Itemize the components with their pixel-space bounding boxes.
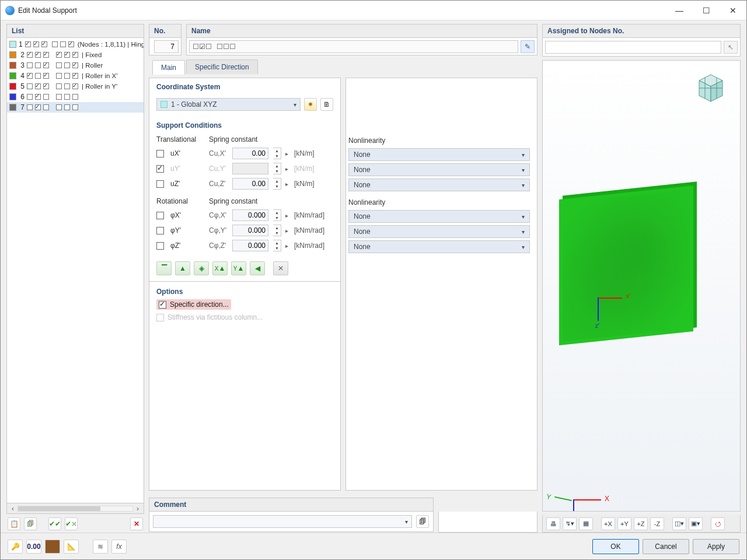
rotational-nonlinearity-row: None▾: [348, 209, 530, 224]
rotational-checkbox[interactable]: [156, 242, 164, 250]
translational-spring-input[interactable]: [232, 148, 268, 159]
support-preset-x-button[interactable]: X▲: [212, 261, 228, 275]
list-item[interactable]: 3| Roller: [7, 60, 144, 71]
option-specific-direction[interactable]: Specific direction...: [156, 299, 231, 310]
rotational-nonlinearity-select[interactable]: None▾: [348, 210, 530, 223]
comment-pick-button[interactable]: 🗐: [416, 515, 429, 528]
scroll-left-icon[interactable]: ‹: [8, 505, 18, 513]
cancel-button[interactable]: Cancel: [643, 539, 689, 554]
rotational-nonlinearity-select[interactable]: None▾: [348, 225, 530, 238]
view-cube-icon[interactable]: [693, 72, 728, 105]
uncheck-button[interactable]: ✔⤫: [65, 517, 78, 530]
scroll-right-icon[interactable]: ›: [133, 505, 142, 513]
support-preset-clear-button[interactable]: ✕: [273, 261, 288, 275]
view-iso-button[interactable]: ◫▾: [672, 517, 686, 530]
translational-nonlinearity-select[interactable]: None▾: [348, 163, 530, 176]
tab-specific-direction[interactable]: Specific Direction: [186, 60, 258, 74]
comment-select[interactable]: ▾: [153, 515, 412, 528]
mini-checkbox: [35, 52, 41, 58]
support-preset-1-button[interactable]: ▔: [156, 261, 172, 275]
translational-unit: [kN/m]: [292, 180, 327, 188]
coord-system-title: Coordinate System: [156, 83, 333, 91]
mini-checkbox: [72, 83, 78, 89]
list-item[interactable]: 7: [7, 102, 144, 113]
footer-color-button[interactable]: [45, 540, 60, 554]
translational-checkbox[interactable]: [156, 180, 164, 188]
tab-main[interactable]: Main: [152, 60, 185, 75]
translational-row: uZ'Cu,Z'▲▼▸[kN/m]: [156, 176, 333, 191]
support-preset-5-button[interactable]: ◀: [250, 261, 265, 275]
translational-checkbox[interactable]: [156, 150, 164, 158]
view-axes-button[interactable]: ↯▾: [563, 517, 577, 530]
translational-nonlinearity-select[interactable]: None▾: [348, 148, 530, 161]
list-item[interactable]: 4| Roller in X': [7, 71, 144, 81]
copy-item-button[interactable]: 🗐: [24, 517, 37, 530]
footer-calc-button[interactable]: 📐: [64, 540, 79, 554]
coord-system-select[interactable]: 1 - Global XYZ ▾: [156, 98, 301, 111]
support-preset-2-button[interactable]: ▲: [175, 261, 190, 275]
view-plus-z-button[interactable]: +Z: [634, 517, 648, 530]
list-item[interactable]: 5| Roller in Y': [7, 81, 144, 92]
main-form-right: Nonlinearity None▾None▾None▾ Nonlinearit…: [345, 78, 537, 491]
mini-checkbox: [35, 73, 41, 79]
close-button[interactable]: ✕: [720, 1, 746, 20]
apply-arrow-icon[interactable]: ▸: [282, 150, 291, 157]
specific-direction-checkbox[interactable]: [159, 301, 166, 309]
pick-nodes-button[interactable]: ↖: [724, 41, 738, 54]
list-item[interactable]: 1(Nodes : 1,8,11) | Hinged: [7, 39, 144, 50]
list-item[interactable]: 6: [7, 92, 144, 102]
apply-arrow-icon[interactable]: ▸: [282, 212, 291, 219]
view-reset-button[interactable]: ⭯: [711, 517, 725, 530]
support-preset-y-button[interactable]: Y▲: [231, 261, 246, 275]
translational-spring-input[interactable]: [232, 178, 268, 190]
name-edit-button[interactable]: ✎: [521, 40, 535, 53]
delete-item-button[interactable]: ✕: [130, 517, 143, 530]
color-swatch: [9, 62, 16, 69]
translational-nonlinearity-select[interactable]: None▾: [348, 178, 530, 191]
rotational-row: φX'Cφ,X'▲▼▸[kNm/rad]: [156, 208, 333, 223]
spinner[interactable]: ▲▼: [273, 178, 281, 190]
spinner[interactable]: ▲▼: [273, 148, 281, 159]
preview-viewport[interactable]: [542, 60, 741, 512]
minimize-button[interactable]: —: [666, 1, 693, 20]
rotational-spring-input[interactable]: [232, 240, 268, 251]
list-item[interactable]: 2| Fixed: [7, 50, 144, 60]
ok-button[interactable]: OK: [592, 539, 639, 554]
footer-units-button[interactable]: 0.00: [26, 540, 41, 554]
spinner[interactable]: ▲▼: [273, 209, 281, 221]
rotational-spring-input[interactable]: [232, 225, 268, 236]
rotational-checkbox[interactable]: [156, 212, 164, 219]
no-input[interactable]: [154, 40, 179, 53]
support-preset-3-button[interactable]: ◈: [194, 261, 209, 275]
check-button[interactable]: ✔✔: [48, 517, 61, 530]
rotational-nonlinearity-select[interactable]: None▾: [348, 240, 530, 253]
spinner[interactable]: ▲▼: [273, 240, 281, 251]
view-minus-z-button[interactable]: -Z: [650, 517, 664, 530]
footer-fx-button[interactable]: fx: [111, 540, 127, 554]
assigned-nodes-input[interactable]: [545, 41, 721, 54]
view-plus-y-button[interactable]: +Y: [617, 517, 631, 530]
coord-edit-button[interactable]: 🗎: [320, 98, 333, 111]
list-horizontal-scrollbar[interactable]: ‹ ›: [6, 503, 144, 514]
rotational-spring-input[interactable]: [232, 209, 268, 221]
view-plus-x-button[interactable]: +X: [601, 517, 615, 530]
spinner[interactable]: ▲▼: [273, 225, 281, 236]
list-item-index: 4: [19, 72, 25, 80]
preview-model: [559, 186, 693, 345]
footer-help-button[interactable]: 🔑: [8, 540, 23, 554]
apply-arrow-icon[interactable]: ▸: [282, 228, 291, 234]
apply-button[interactable]: Apply: [693, 539, 739, 554]
apply-arrow-icon[interactable]: ▸: [282, 243, 291, 249]
footer-script-button[interactable]: ≋: [93, 540, 108, 554]
apply-arrow-icon[interactable]: ▸: [282, 181, 291, 187]
name-field[interactable]: [189, 40, 518, 53]
support-list[interactable]: 1(Nodes : 1,8,11) | Hinged2| Fixed3| Rol…: [6, 38, 144, 503]
view-render-button[interactable]: ▣▾: [689, 517, 703, 530]
coord-new-button[interactable]: ✷: [304, 98, 317, 111]
view-print-button[interactable]: 🖶: [546, 517, 560, 530]
view-grid-button[interactable]: ▦: [579, 517, 593, 530]
new-item-button[interactable]: 📋: [8, 517, 20, 530]
rotational-checkbox[interactable]: [156, 227, 164, 235]
translational-checkbox[interactable]: [156, 165, 164, 173]
maximize-button[interactable]: ☐: [693, 1, 720, 20]
